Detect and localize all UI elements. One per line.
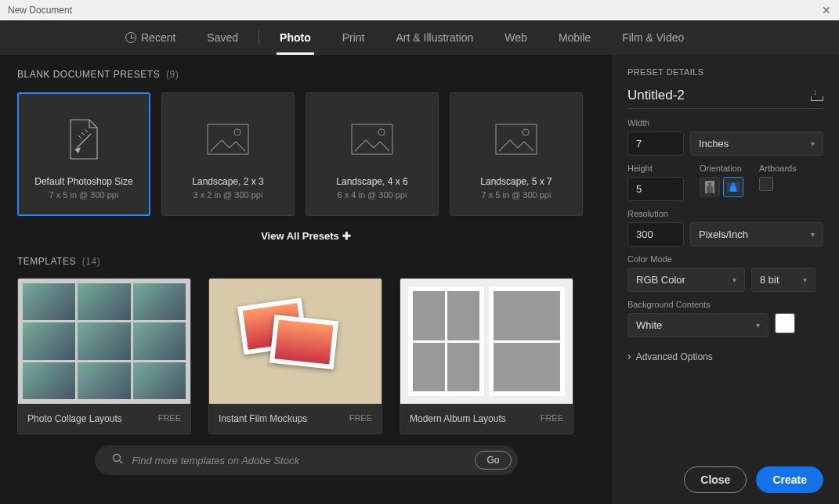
height-label: Height xyxy=(627,164,684,173)
image-icon xyxy=(206,109,250,170)
document-name-input[interactable]: Untitled-2 xyxy=(627,88,685,103)
window-titlebar: New Document ✕ xyxy=(0,0,839,20)
height-input[interactable] xyxy=(627,177,684,201)
save-preset-icon[interactable] xyxy=(811,90,823,101)
close-icon[interactable]: ✕ xyxy=(822,4,831,16)
category-tabbar: Recent Saved Photo Print Art & Illustrat… xyxy=(0,20,839,55)
svg-point-5 xyxy=(523,129,529,135)
artboards-label: Artboards xyxy=(759,164,797,173)
tab-web[interactable]: Web xyxy=(489,20,543,55)
orientation-portrait-button[interactable] xyxy=(700,177,720,197)
svg-point-1 xyxy=(234,129,240,135)
color-mode-select[interactable]: RGB Color▾ xyxy=(627,268,745,292)
search-go-button[interactable]: Go xyxy=(475,451,511,470)
template-thumbnail xyxy=(209,279,382,404)
resolution-label: Resolution xyxy=(627,209,823,218)
view-all-presets[interactable]: View All Presets✚ xyxy=(17,230,595,242)
tab-divider xyxy=(259,31,259,45)
bit-depth-select[interactable]: 8 bit▾ xyxy=(751,268,815,292)
preset-landscape-4x6[interactable]: Landscape, 4 x 6 6 x 4 in @ 300 ppi xyxy=(306,92,439,216)
tab-art[interactable]: Art & Illustration xyxy=(381,20,490,55)
preset-details-panel: PRESET DETAILS Untitled-2 Width Inches▾ … xyxy=(612,55,839,504)
svg-rect-4 xyxy=(496,124,537,154)
resolution-input[interactable] xyxy=(627,222,684,247)
template-photo-collage[interactable]: Photo Collage LayoutsFREE xyxy=(17,278,191,434)
chevron-down-icon: ▾ xyxy=(811,230,815,239)
resolution-unit-select[interactable]: Pixels/Inch▾ xyxy=(690,222,823,247)
chevron-down-icon: ▾ xyxy=(811,139,815,148)
color-mode-label: Color Mode xyxy=(627,254,823,264)
unit-select[interactable]: Inches▾ xyxy=(690,131,823,156)
tab-mobile[interactable]: Mobile xyxy=(543,20,606,55)
preset-spec: 7 x 5 in @ 300 ppi xyxy=(49,190,119,200)
tab-print[interactable]: Print xyxy=(327,20,381,55)
image-icon xyxy=(494,109,538,170)
left-panel: BLANK DOCUMENT PRESETS (9) Default Photo… xyxy=(0,55,612,504)
clock-icon xyxy=(125,32,136,43)
orientation-landscape-button[interactable] xyxy=(723,177,743,197)
templates-heading: TEMPLATES (14) xyxy=(17,256,595,267)
tab-recent[interactable]: Recent xyxy=(110,20,191,55)
svg-rect-0 xyxy=(208,124,248,154)
image-icon xyxy=(350,109,394,170)
svg-point-8 xyxy=(708,182,711,185)
details-heading: PRESET DETAILS xyxy=(627,67,823,77)
close-button[interactable]: Close xyxy=(684,466,747,493)
preset-landscape-5x7[interactable]: Landscape, 5 x 7 7 x 5 in @ 300 ppi xyxy=(450,92,583,216)
window-title: New Document xyxy=(8,5,72,16)
preset-name: Default Photoshop Size xyxy=(34,176,132,187)
width-input[interactable] xyxy=(627,131,684,156)
svg-point-3 xyxy=(378,129,385,135)
tab-saved[interactable]: Saved xyxy=(191,20,254,55)
orientation-label: Orientation xyxy=(700,164,743,173)
tab-film[interactable]: Film & Video xyxy=(606,20,700,55)
preset-landscape-2x3[interactable]: Landscape, 2 x 3 3 x 2 in @ 300 ppi xyxy=(161,92,295,216)
width-label: Width xyxy=(627,118,823,128)
create-button[interactable]: Create xyxy=(756,466,823,493)
bg-select[interactable]: White▾ xyxy=(627,313,768,337)
chevron-down-icon: ▾ xyxy=(803,275,807,284)
preset-default-photoshop[interactable]: Default Photoshop Size 7 x 5 in @ 300 pp… xyxy=(17,92,150,216)
template-instant-film[interactable]: Instant Film MockupsFREE xyxy=(208,278,382,434)
template-modern-album[interactable]: Modern Album LayoutsFREE xyxy=(400,278,573,434)
document-ruler-icon xyxy=(64,109,103,170)
search-placeholder: Find more templates on Adobe Stock xyxy=(132,455,476,466)
chevron-down-icon: ▾ xyxy=(732,275,736,284)
stock-search-bar[interactable]: Find more templates on Adobe Stock Go xyxy=(95,445,518,475)
svg-rect-2 xyxy=(352,124,392,154)
presets-heading: BLANK DOCUMENT PRESETS (9) xyxy=(17,69,595,80)
bg-color-swatch[interactable] xyxy=(775,313,795,333)
svg-point-6 xyxy=(113,455,120,462)
template-thumbnail xyxy=(18,279,190,404)
chevron-down-icon: ▾ xyxy=(756,321,760,329)
template-thumbnail xyxy=(400,279,573,404)
plus-icon: ✚ xyxy=(342,230,351,242)
search-icon xyxy=(112,453,123,467)
artboards-checkbox[interactable] xyxy=(759,177,773,191)
bg-label: Background Contents xyxy=(627,300,823,309)
tab-photo[interactable]: Photo xyxy=(264,20,327,55)
advanced-options-toggle[interactable]: Advanced Options xyxy=(627,350,823,362)
